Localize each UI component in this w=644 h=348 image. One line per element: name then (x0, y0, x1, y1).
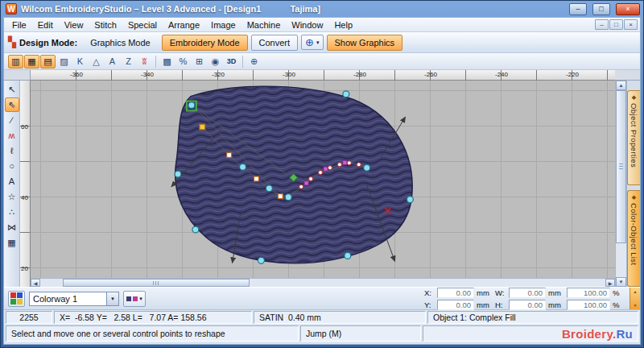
tab-object-properties-label: Object Properties (630, 103, 638, 168)
v-ruler-label: 40 (21, 194, 28, 201)
mdi-minimize-button[interactable]: – (595, 19, 609, 30)
measure-tool-icon[interactable]: ∕ (5, 113, 19, 127)
v-ruler-label: 20 (21, 265, 28, 272)
x-field[interactable]: 0.00 (437, 288, 474, 298)
palette-icon[interactable] (8, 291, 25, 307)
tab-color-object-list[interactable]: ◆ Color-Object List (627, 190, 640, 287)
freehand-draw-tool-icon[interactable]: ʍ (5, 128, 19, 143)
dock-scroll-strip[interactable]: ▲ ▼ (630, 288, 640, 309)
palette-swatch (10, 292, 16, 298)
menu-item-stitch[interactable]: Stitch (89, 19, 122, 31)
stitch-edit-tool-icon[interactable]: ∴ (5, 205, 19, 219)
tab-object-properties[interactable]: ◆ Object Properties (627, 90, 640, 185)
design-mode-icon: ▚ (8, 36, 16, 48)
toolbar-separator (155, 56, 156, 68)
selected-node[interactable] (200, 124, 205, 130)
run-stitch-icon[interactable]: ▥ (8, 55, 23, 68)
colorway-dropdown-icon[interactable]: ▼ (106, 292, 118, 305)
grid-layout-tool-icon[interactable]: ▦ (5, 235, 19, 250)
hint-bar: Select and move one or several control p… (4, 325, 640, 344)
menu-item-machine[interactable]: Machine (242, 19, 287, 31)
pattern-grid-icon[interactable]: ▩ (159, 55, 175, 68)
h-ruler-label: -340 (141, 71, 154, 78)
vertical-scrollbar[interactable]: ▲ ▼ (615, 81, 626, 287)
ellipse-tool-icon[interactable]: ○ (5, 159, 19, 173)
scale-x-field[interactable]: 100.00 (567, 288, 610, 298)
menu-item-arrange[interactable]: Arrange (163, 19, 205, 31)
grid-toggle-icon[interactable]: ⊞ (192, 55, 207, 68)
lettering-tool-icon[interactable]: A (5, 174, 19, 188)
embroidery-mode-button[interactable]: Embroidery Mode (162, 35, 248, 51)
dock-strip-down-icon[interactable]: ▼ (634, 303, 638, 308)
applique-icon[interactable]: Z (121, 55, 136, 68)
h-ruler-label: -360 (70, 71, 83, 78)
star-shape-tool-icon[interactable]: ☆ (5, 189, 19, 204)
titlebar[interactable]: W Wilcom EmbroideryStudio – Level 3 Adva… (1, 1, 643, 17)
show-stitches-icon[interactable]: ◉ (208, 55, 223, 68)
satin-stitch-icon[interactable]: ▦ (24, 55, 39, 68)
tatami-stitch-icon[interactable]: ▤ (40, 55, 56, 68)
menu-item-help[interactable]: Help (328, 19, 358, 31)
view-3d-icon[interactable]: 3D (224, 55, 239, 68)
menu-item-view[interactable]: View (59, 19, 89, 31)
ruler-corner (4, 70, 31, 81)
convert-button[interactable]: Convert (251, 35, 299, 51)
tab-diamond-icon: ◆ (632, 94, 636, 101)
scale-y-field[interactable]: 100.00 (567, 300, 610, 310)
toolbar-separator (242, 56, 243, 68)
select-object-tool-icon[interactable]: ↖ (5, 82, 19, 97)
mdi-restore-button[interactable]: □ (609, 19, 623, 30)
horizontal-scrollbar[interactable]: ◀ ▶ (31, 278, 615, 287)
menu-item-special[interactable]: Special (122, 19, 163, 31)
menu-item-file[interactable]: File (6, 19, 32, 31)
show-graphics-button[interactable]: Show Graphics (327, 35, 403, 51)
h-ruler-label: -260 (424, 71, 437, 78)
minimize-button[interactable]: – (569, 3, 587, 15)
w-field[interactable]: 0.00 (509, 288, 546, 298)
digitize-run-tool-icon[interactable]: ℓ (5, 143, 19, 158)
vscroll-track[interactable] (616, 90, 626, 277)
h-field[interactable]: 0.00 (509, 300, 546, 310)
close-button[interactable]: × (616, 3, 640, 15)
menu-item-window[interactable]: Window (286, 19, 328, 31)
app-body: File Edit View Stitch Special Arrange Im… (3, 17, 641, 345)
vscroll-grip (619, 164, 623, 170)
menubar: File Edit View Stitch Special Arrange Im… (4, 18, 640, 32)
thread-colors-dropdown-icon[interactable]: ▾ (139, 296, 142, 302)
fusion-fill-icon[interactable]: △ (89, 55, 104, 68)
h-ruler-label: -300 (283, 71, 295, 78)
mirror-merge-tool-icon[interactable]: ⋈ (5, 220, 19, 234)
scroll-right-icon[interactable]: ▶ (605, 279, 615, 287)
hscroll-track[interactable] (40, 279, 605, 287)
scroll-left-icon[interactable]: ◀ (31, 279, 40, 287)
w-unit: mm (548, 288, 564, 297)
lettering-icon[interactable]: A (105, 55, 120, 68)
motif-fill-icon[interactable]: ▨ (56, 55, 72, 68)
scroll-up-icon[interactable]: ▲ (616, 81, 626, 90)
colorway-select[interactable]: Colorway 1 ▼ (29, 292, 119, 306)
menu-item-image[interactable]: Image (205, 19, 242, 31)
mdi-close-button[interactable]: × (624, 19, 638, 30)
reshape-object-tool-icon[interactable]: ⇖ (5, 97, 19, 112)
hscroll-thumb[interactable] (63, 279, 250, 287)
zoom-factor-icon[interactable]: ⊕ (246, 55, 262, 68)
scroll-down-icon[interactable]: ▼ (616, 277, 626, 287)
app-window: W Wilcom EmbroideryStudio – Level 3 Adva… (0, 0, 644, 348)
stitch-effect-icon[interactable]: ʬ (137, 55, 152, 68)
dock-strip-up-icon[interactable]: ▲ (634, 289, 638, 294)
document-name: Tajima] (290, 4, 320, 14)
density-icon[interactable]: % (175, 55, 191, 68)
design-canvas[interactable] (31, 81, 615, 278)
thread-colors-button[interactable]: ▾ (123, 291, 146, 307)
thread-swatch (126, 296, 131, 301)
vscroll-thumb[interactable] (616, 90, 626, 243)
hoop-globe-button[interactable]: ⊕ ▾ (301, 35, 323, 50)
menu-item-edit[interactable]: Edit (32, 19, 59, 31)
maximize-button[interactable]: □ (592, 3, 610, 15)
graphics-mode-button[interactable]: Graphics Mode (82, 35, 159, 51)
contour-stitch-icon[interactable]: K (72, 55, 88, 68)
y-field[interactable]: 0.00 (437, 300, 474, 310)
globe-dropdown-icon[interactable]: ▾ (316, 39, 320, 46)
toolbox: ↖ ⇖ ∕ ʍ ℓ ○ A ☆ ∴ ⋈ ▦ (4, 81, 20, 287)
h-ruler-label: -280 (353, 71, 366, 78)
